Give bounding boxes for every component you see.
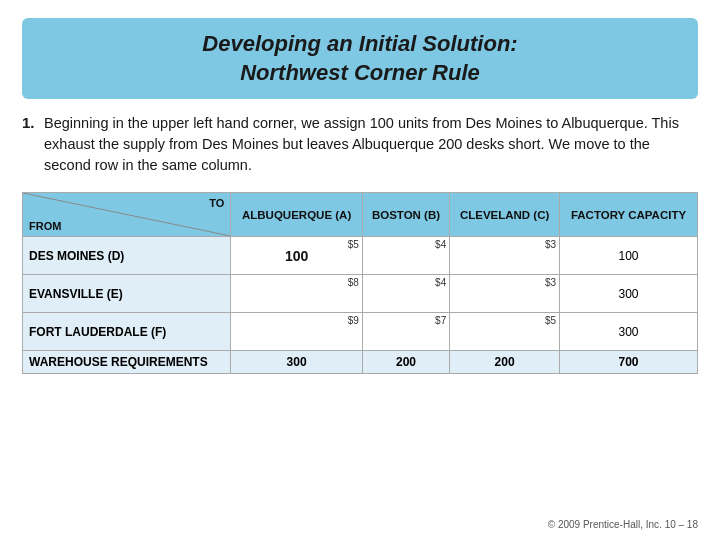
table-row-des-moines: DES MOINES (D) $5 100 $4 $3 100	[23, 237, 698, 275]
table-header-row: TO FROM ALBUQUERQUE (A) BOSTON (B) CLEVE…	[23, 193, 698, 237]
value-des-moines-albuquerque: 100	[285, 248, 308, 264]
capacity-fort-lauderdale: 300	[560, 313, 698, 351]
row-label-des-moines: DES MOINES (D)	[23, 237, 231, 275]
cell-evansville-cleveland: $3	[450, 275, 560, 313]
corner-from-label: FROM	[29, 220, 61, 232]
cost-evansville-boston: $4	[435, 277, 446, 288]
point-number-1: 1.	[22, 114, 44, 131]
cell-evansville-boston: $4	[362, 275, 449, 313]
cell-fort-lauderdale-albuquerque: $9	[231, 313, 362, 351]
point-1: 1. Beginning in the upper left hand corn…	[22, 113, 698, 176]
point-text-1: Beginning in the upper left hand corner,…	[44, 113, 698, 176]
transport-table: TO FROM ALBUQUERQUE (A) BOSTON (B) CLEVE…	[22, 192, 698, 374]
requirements-row: WAREHOUSE REQUIREMENTS 300 200 200 700	[23, 351, 698, 374]
footer: © 2009 Prentice-Hall, Inc. 10 – 18	[22, 519, 698, 530]
cost-fort-lauderdale-albuquerque: $9	[348, 315, 359, 326]
requirements-label: WAREHOUSE REQUIREMENTS	[23, 351, 231, 374]
req-boston: 200	[362, 351, 449, 374]
row-label-evansville: EVANSVILLE (E)	[23, 275, 231, 313]
cost-des-moines-boston: $4	[435, 239, 446, 250]
req-total: 700	[560, 351, 698, 374]
cell-des-moines-boston: $4	[362, 237, 449, 275]
col-header-boston: BOSTON (B)	[362, 193, 449, 237]
title-text: Developing an Initial Solution: Northwes…	[42, 30, 678, 87]
corner-to-label: TO	[209, 197, 224, 209]
row-label-fort-lauderdale: FORT LAUDERDALE (F)	[23, 313, 231, 351]
cost-evansville-cleveland: $3	[545, 277, 556, 288]
req-albuquerque: 300	[231, 351, 362, 374]
req-cleveland: 200	[450, 351, 560, 374]
capacity-evansville: 300	[560, 275, 698, 313]
title-line2: Northwest Corner Rule	[240, 60, 480, 85]
title-box: Developing an Initial Solution: Northwes…	[22, 18, 698, 99]
cost-des-moines-cleveland: $3	[545, 239, 556, 250]
table-row-evansville: EVANSVILLE (E) $8 $4 $3 300	[23, 275, 698, 313]
cell-evansville-albuquerque: $8	[231, 275, 362, 313]
cell-fort-lauderdale-cleveland: $5	[450, 313, 560, 351]
cost-fort-lauderdale-boston: $7	[435, 315, 446, 326]
cost-des-moines-albuquerque: $5	[348, 239, 359, 250]
cell-des-moines-cleveland: $3	[450, 237, 560, 275]
table-row-fort-lauderdale: FORT LAUDERDALE (F) $9 $7 $5 300	[23, 313, 698, 351]
col-header-albuquerque: ALBUQUERQUE (A)	[231, 193, 362, 237]
slide: Developing an Initial Solution: Northwes…	[0, 0, 720, 540]
body-section: 1. Beginning in the upper left hand corn…	[22, 113, 698, 513]
capacity-des-moines: 100	[560, 237, 698, 275]
cost-evansville-albuquerque: $8	[348, 277, 359, 288]
cell-des-moines-albuquerque: $5 100	[231, 237, 362, 275]
col-header-capacity: FACTORY CAPACITY	[560, 193, 698, 237]
cell-fort-lauderdale-boston: $7	[362, 313, 449, 351]
title-line1: Developing an Initial Solution:	[202, 31, 517, 56]
cost-fort-lauderdale-cleveland: $5	[545, 315, 556, 326]
corner-cell: TO FROM	[23, 193, 231, 237]
col-header-cleveland: CLEVELAND (C)	[450, 193, 560, 237]
